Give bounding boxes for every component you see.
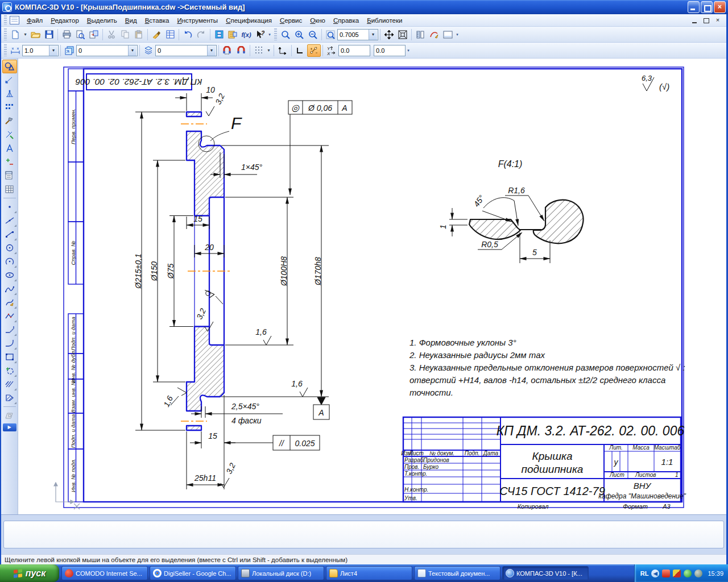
redo-icon[interactable]	[195, 28, 208, 41]
panel-edit-button[interactable]	[2, 114, 17, 128]
general-roughness[interactable]: 6,3 (√)	[642, 74, 669, 92]
menu-view[interactable]: Вид	[121, 15, 141, 26]
print-icon[interactable]	[60, 28, 73, 41]
part-upper-half[interactable]	[187, 131, 224, 216]
new-document-icon[interactable]	[9, 28, 22, 41]
properties-panel-icon[interactable]	[441, 28, 454, 41]
detail-dim-1[interactable]: 1	[439, 208, 468, 236]
panel-parameterization-button[interactable]	[2, 101, 17, 114]
open-icon[interactable]	[28, 28, 42, 41]
task-kompas-active[interactable]: КОМПАС-3D V10 - [К...	[502, 566, 589, 580]
undo-icon[interactable]	[181, 28, 195, 41]
flange-strip-top[interactable]	[187, 112, 201, 117]
tool-broken-line[interactable]	[2, 309, 17, 323]
panel-parametrize2-button[interactable]	[2, 128, 17, 142]
panel-geometry-button[interactable]	[2, 60, 17, 73]
save-icon[interactable]	[42, 28, 56, 41]
tb-name2[interactable]: подшипника	[522, 463, 584, 475]
paste-icon[interactable]	[132, 28, 146, 41]
grid-caret[interactable]: ▾	[266, 44, 272, 57]
note-2[interactable]: 2. Неуказанные радиусы 2мм max	[409, 350, 545, 360]
tool-collect-contour[interactable]	[2, 364, 17, 377]
stamp-top[interactable]: КП ДМ. 3.2. АТ-262. 02. 00. 006	[75, 74, 202, 90]
language-indicator[interactable]: RL	[640, 570, 649, 577]
tool-chamfer[interactable]	[2, 323, 17, 336]
svg-text:15[interactable]: 15	[193, 214, 202, 223]
print-preview-icon[interactable]	[73, 28, 87, 41]
svg-text:Ø170h8[interactable]: Ø170h8	[313, 257, 322, 286]
dim-dia170h8[interactable]: Ø170h8	[221, 146, 329, 397]
zoom-in-icon[interactable]	[292, 28, 306, 41]
panel-specification-button[interactable]	[2, 169, 17, 182]
svg-text:1[interactable]: 1	[439, 225, 448, 229]
svg-text:3,2[interactable]: 3,2	[195, 307, 208, 321]
svg-text:3,2[interactable]: 3,2	[224, 462, 237, 476]
note-4[interactable]: отверстий +Н14, валов -h14, остальных ±t…	[410, 375, 665, 385]
svg-text:45°[interactable]: 45°	[471, 193, 486, 209]
tolerance-frame[interactable]: ◎ Ø 0,06 A	[288, 101, 352, 195]
pan-icon[interactable]	[382, 28, 396, 41]
view-combo[interactable]: ▾	[76, 45, 138, 56]
task-text-document[interactable]: Текстовый докумен...	[414, 566, 500, 580]
drawing-svg[interactable]: Перв. примен. Справ. № Подп. и дата Инв.…	[18, 59, 726, 514]
parallel-value[interactable]: 0.025	[295, 439, 315, 448]
menu-select[interactable]: Выделить	[83, 15, 121, 26]
zoom-out-icon[interactable]	[306, 28, 320, 41]
coord-x-field[interactable]	[338, 45, 370, 56]
detail-left-blob[interactable]	[469, 219, 520, 239]
property-bar-field[interactable]	[3, 521, 724, 548]
part-lower-half[interactable]	[187, 327, 224, 411]
tolerance-datum[interactable]: A	[341, 103, 347, 113]
parallel-symbol[interactable]: //	[279, 439, 285, 448]
zoom-area-icon[interactable]	[324, 28, 337, 41]
rounding-icon[interactable]	[307, 44, 321, 57]
view-dropdown-icon[interactable]: ▾	[128, 45, 136, 56]
part-section[interactable]	[181, 112, 230, 430]
layer-input[interactable]	[156, 45, 207, 56]
panel-selection-button[interactable]	[2, 155, 17, 169]
toolbar-overflow-icon[interactable]: ▾	[406, 44, 411, 57]
zoom-dropdown-icon[interactable]: ▾	[369, 30, 377, 40]
grid-icon[interactable]	[252, 44, 266, 57]
step-combo[interactable]: ▾	[22, 45, 59, 56]
flange-strip-bottom[interactable]	[187, 426, 201, 430]
tool-ellipse[interactable]	[2, 268, 17, 282]
detail-dim-r16[interactable]: R1,6	[505, 186, 544, 221]
library-manager-icon[interactable]	[226, 28, 239, 41]
menu-service[interactable]: Сервис	[276, 15, 306, 26]
dim-dia100h8[interactable]: Ø100H8	[225, 197, 293, 345]
task-chrome[interactable]: DigiSeller - Google Ch...	[150, 566, 236, 580]
context-help-icon[interactable]: ?	[253, 28, 267, 41]
panel-designations-button[interactable]	[2, 87, 17, 101]
clock[interactable]: 15:39	[708, 570, 723, 577]
svg-text:Ø150[interactable]: Ø150	[150, 261, 159, 281]
dim-dia215[interactable]: Ø215±0,1	[134, 112, 185, 430]
svg-text:15[interactable]: 15	[208, 431, 217, 440]
fx-icon[interactable]: f(x)	[239, 28, 253, 41]
restore-button[interactable]	[701, 1, 713, 13]
step-input[interactable]	[23, 45, 49, 56]
tool-arc[interactable]	[2, 255, 17, 268]
coord-y-input[interactable]	[374, 45, 403, 56]
toolbar-overflow-icon[interactable]: ▾	[267, 28, 272, 41]
tray-icon-green[interactable]	[684, 569, 692, 577]
svg-text:Ø215±0,1[interactable]: Ø215±0,1	[134, 253, 143, 289]
tb-designation[interactable]: КП ДМ. 3.2. АТ-262. 02. 00. 006	[497, 423, 685, 438]
new-document-caret[interactable]: ▾	[22, 28, 28, 41]
menu-insert[interactable]: Вставка	[141, 15, 173, 26]
tolerance-symbol[interactable]: ◎	[291, 103, 300, 113]
svg-text:10[interactable]: 10	[206, 85, 215, 94]
tool-hatch-lines[interactable]	[2, 377, 17, 391]
menu-help[interactable]: Справка	[329, 15, 363, 26]
tool-fillet[interactable]	[2, 336, 17, 350]
svg-text:1,6[interactable]: 1,6	[255, 327, 267, 336]
svg-text:5[interactable]: 5	[532, 248, 537, 257]
tray-chevron-icon[interactable]: ◀	[651, 569, 659, 577]
detail-title[interactable]: F(4:1)	[498, 159, 523, 169]
tb-material[interactable]: СЧ15 ГОСТ 1412-79	[499, 485, 605, 497]
tool-segment[interactable]	[2, 227, 17, 241]
menu-tools[interactable]: Инструменты	[173, 15, 222, 26]
svg-text:R1,6[interactable]: R1,6	[508, 186, 525, 195]
toolbar-overflow-icon[interactable]: ▾	[454, 28, 460, 41]
variables-icon[interactable]	[212, 28, 226, 41]
